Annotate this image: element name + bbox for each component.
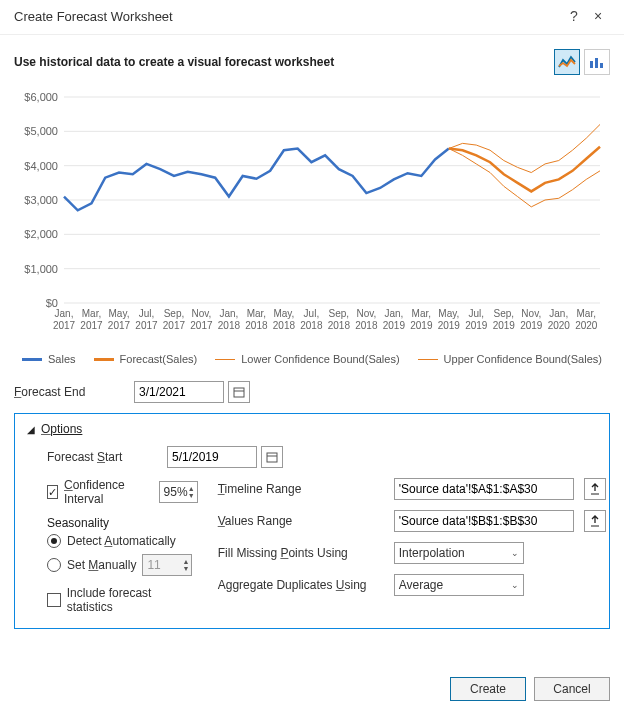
- range-picker-icon: [590, 515, 600, 527]
- forecast-end-calendar-button[interactable]: [228, 381, 250, 403]
- fill-missing-combo[interactable]: Interpolation ⌄: [394, 542, 524, 564]
- svg-rect-57: [234, 388, 244, 397]
- forecast-start-input[interactable]: [167, 446, 257, 468]
- svg-text:2019: 2019: [520, 320, 543, 331]
- svg-text:Mar,: Mar,: [247, 308, 266, 319]
- seasonality-detect-row: Detect Automatically: [47, 534, 198, 548]
- timeline-range-label: Timeline Range: [218, 482, 388, 496]
- svg-text:Nov,: Nov,: [521, 308, 541, 319]
- svg-text:2017: 2017: [163, 320, 186, 331]
- cancel-button-label: Cancel: [553, 682, 590, 696]
- seasonality-manual-row: Set Manually 11 ▲▼: [47, 554, 198, 576]
- svg-text:2017: 2017: [80, 320, 103, 331]
- spin-up-icon[interactable]: ▲: [182, 558, 189, 565]
- aggregate-combo[interactable]: Average ⌄: [394, 574, 524, 596]
- titlebar: Create Forecast Worksheet ? ×: [0, 0, 624, 35]
- svg-rect-0: [590, 61, 593, 68]
- svg-text:Sep,: Sep,: [164, 308, 185, 319]
- forecast-start-label: Forecast Start: [47, 450, 167, 464]
- values-range-row: Values Range: [218, 510, 606, 532]
- values-range-picker-button[interactable]: [584, 510, 606, 532]
- form-area: Forecast End ◢ Options Forecast Start ✓: [0, 365, 624, 629]
- aggregate-value: Average: [399, 578, 443, 592]
- line-chart-button[interactable]: [554, 49, 580, 75]
- legend-swatch-lower: [215, 359, 235, 360]
- spin-down-icon[interactable]: ▼: [188, 492, 195, 499]
- svg-text:2020: 2020: [575, 320, 598, 331]
- subtitle-row: Use historical data to create a visual f…: [0, 35, 624, 75]
- options-toggle[interactable]: ◢ Options: [27, 422, 597, 436]
- timeline-range-picker-button[interactable]: [584, 478, 606, 500]
- fill-missing-value: Interpolation: [399, 546, 465, 560]
- radio-dot-icon: [51, 538, 57, 544]
- chart-legend: Sales Forecast(Sales) Lower Confidence B…: [14, 353, 610, 365]
- seasonality-manual-radio[interactable]: [47, 558, 61, 572]
- fill-missing-row: Fill Missing Points Using Interpolation …: [218, 542, 606, 564]
- svg-text:$4,000: $4,000: [24, 160, 58, 172]
- timeline-range-input[interactable]: [394, 478, 574, 500]
- svg-text:2017: 2017: [53, 320, 76, 331]
- seasonality-heading: Seasonality: [47, 516, 198, 530]
- legend-label-upper: Upper Confidence Bound(Sales): [444, 353, 602, 365]
- svg-text:Jan,: Jan,: [384, 308, 403, 319]
- values-range-input[interactable]: [394, 510, 574, 532]
- help-button[interactable]: ?: [562, 8, 586, 24]
- confidence-value: 95%: [164, 485, 188, 499]
- svg-text:Jul,: Jul,: [304, 308, 320, 319]
- legend-lower: Lower Confidence Bound(Sales): [215, 353, 399, 365]
- svg-text:Sep,: Sep,: [329, 308, 350, 319]
- options-label: Options: [41, 422, 82, 436]
- svg-text:2019: 2019: [410, 320, 433, 331]
- svg-text:2019: 2019: [493, 320, 516, 331]
- spin-up-icon[interactable]: ▲: [188, 485, 195, 492]
- forecast-chart: $0$1,000$2,000$3,000$4,000$5,000$6,000Ja…: [14, 87, 610, 347]
- dialog-footer: Create Cancel: [450, 677, 610, 701]
- seasonality-manual-spinner[interactable]: 11 ▲▼: [142, 554, 192, 576]
- forecast-start-row: Forecast Start: [47, 446, 597, 468]
- confidence-spinner[interactable]: 95% ▲▼: [159, 481, 198, 503]
- svg-text:Mar,: Mar,: [82, 308, 101, 319]
- legend-label-sales: Sales: [48, 353, 76, 365]
- svg-text:May,: May,: [273, 308, 294, 319]
- svg-text:Nov,: Nov,: [356, 308, 376, 319]
- svg-text:2019: 2019: [383, 320, 406, 331]
- svg-text:Jan,: Jan,: [549, 308, 568, 319]
- cancel-button[interactable]: Cancel: [534, 677, 610, 701]
- include-stats-label: Include forecast statistics: [67, 586, 198, 614]
- include-stats-checkbox[interactable]: [47, 593, 61, 607]
- forecast-end-input[interactable]: [134, 381, 224, 403]
- svg-text:May,: May,: [109, 308, 130, 319]
- legend-label-forecast: Forecast(Sales): [120, 353, 198, 365]
- collapse-arrow-icon: ◢: [27, 424, 35, 435]
- svg-rect-1: [595, 58, 598, 68]
- fill-missing-label: Fill Missing Points Using: [218, 546, 388, 560]
- spin-down-icon[interactable]: ▼: [182, 565, 189, 572]
- range-picker-icon: [590, 483, 600, 495]
- timeline-range-row: Timeline Range: [218, 478, 606, 500]
- svg-text:Jan,: Jan,: [55, 308, 74, 319]
- create-button[interactable]: Create: [450, 677, 526, 701]
- svg-text:May,: May,: [438, 308, 459, 319]
- aggregate-row: Aggregate Duplicates Using Average ⌄: [218, 574, 606, 596]
- svg-text:$3,000: $3,000: [24, 194, 58, 206]
- svg-text:Mar,: Mar,: [577, 308, 596, 319]
- seasonality-detect-radio[interactable]: [47, 534, 61, 548]
- svg-text:Jul,: Jul,: [139, 308, 155, 319]
- column-chart-button[interactable]: [584, 49, 610, 75]
- confidence-checkbox[interactable]: ✓: [47, 485, 58, 499]
- svg-text:$6,000: $6,000: [24, 91, 58, 103]
- seasonality-detect-label: Detect Automatically: [67, 534, 176, 548]
- chevron-down-icon: ⌄: [511, 580, 519, 590]
- svg-text:Mar,: Mar,: [412, 308, 431, 319]
- svg-text:2019: 2019: [438, 320, 461, 331]
- close-button[interactable]: ×: [586, 8, 610, 24]
- column-chart-icon: [588, 55, 606, 69]
- svg-text:2020: 2020: [548, 320, 571, 331]
- svg-text:$1,000: $1,000: [24, 263, 58, 275]
- svg-text:Jan,: Jan,: [219, 308, 238, 319]
- values-range-label: Values Range: [218, 514, 388, 528]
- svg-text:2018: 2018: [328, 320, 351, 331]
- legend-upper: Upper Confidence Bound(Sales): [418, 353, 602, 365]
- svg-text:2019: 2019: [465, 320, 488, 331]
- forecast-start-calendar-button[interactable]: [261, 446, 283, 468]
